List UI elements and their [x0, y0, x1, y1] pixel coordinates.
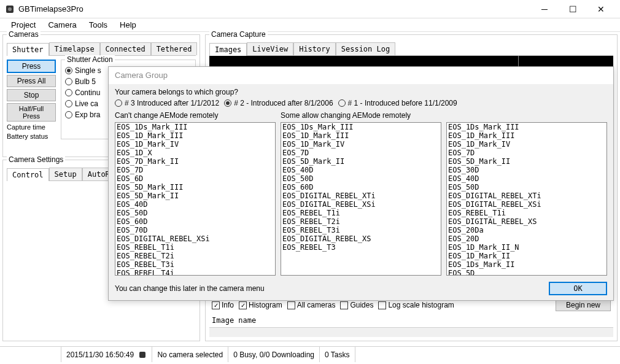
horizontal-scrollbar[interactable]	[209, 327, 613, 337]
list-item[interactable]: EOS_REBEL_T3i	[281, 226, 441, 234]
list-item[interactable]: EOS_1D_Mark_IV	[115, 140, 275, 149]
list-item[interactable]: EOS_DIGITAL_REBEL_XS	[447, 217, 606, 226]
tab-setup[interactable]: Setup	[49, 168, 82, 180]
menu-project[interactable]: Project	[5, 19, 42, 31]
list-item[interactable]: EOS_60D	[115, 217, 275, 226]
list-item[interactable]: EOS_20Da	[447, 226, 606, 234]
tab-timelapse[interactable]: Timelapse	[49, 42, 100, 55]
list-item[interactable]: EOS_40D	[281, 166, 441, 174]
camera-list-2[interactable]: EOS_1Ds_Mark_IIIEOS_1D_Mark_IIIEOS_1D_Ma…	[281, 122, 441, 276]
list-item[interactable]: EOS_REBEL_T2i	[281, 217, 441, 226]
tab-connected[interactable]: Connected	[100, 42, 151, 55]
check-logscale[interactable]: Log scale histogram	[378, 301, 454, 309]
list-item[interactable]: EOS_7D_Mark_II	[115, 157, 275, 166]
group-radio-3[interactable]: # 3 Introduced after 1/1/2012	[115, 99, 219, 107]
list-item[interactable]: EOS_DIGITAL_REBEL_XSi	[281, 200, 441, 209]
status-busy: 0 Busy, 0/0 Downloading	[228, 347, 320, 362]
list-item[interactable]: EOS_REBEL_T1i	[281, 209, 441, 217]
maximize-button[interactable]: ☐	[559, 0, 587, 18]
stop-button[interactable]: Stop	[7, 89, 56, 101]
radio-dot-icon	[65, 111, 72, 118]
list-item[interactable]: EOS_7D	[115, 166, 275, 174]
minimize-button[interactable]: ─	[530, 0, 559, 18]
list-item[interactable]: EOS_DIGITAL_REBEL_XTi	[447, 192, 606, 200]
list-item[interactable]: EOS_1D_Mark_III	[115, 131, 275, 140]
list-item[interactable]: EOS_1Ds_Mark_III	[447, 123, 606, 131]
app-icon	[5, 4, 15, 14]
tab-liveview[interactable]: LiveView	[247, 42, 293, 55]
check-guides[interactable]: Guides	[340, 301, 373, 309]
list-item[interactable]: EOS_5D_Mark_II	[281, 157, 441, 166]
ok-button[interactable]: OK	[549, 282, 607, 295]
list-item[interactable]: EOS_DIGITAL_REBEL_XS	[281, 234, 441, 243]
list-item[interactable]: EOS_REBEL_T3i	[115, 260, 275, 269]
shutter-action-legend: Shutter Action	[65, 55, 115, 64]
list-item[interactable]: EOS_30D	[447, 166, 606, 174]
list-item[interactable]: EOS_50D	[281, 174, 441, 183]
tab-history[interactable]: History	[293, 42, 336, 55]
tab-control[interactable]: Control	[7, 168, 49, 181]
list-item[interactable]: EOS_DIGITAL_REBEL_XSi	[447, 200, 606, 209]
list-item[interactable]: EOS_40D	[115, 200, 275, 209]
list-item[interactable]: EOS_1D_Mark_II	[447, 252, 606, 260]
half-full-press-button[interactable]: Half/Full Press	[7, 103, 56, 122]
list-item[interactable]: EOS_50D	[447, 183, 606, 192]
capture-tabs: Images LiveView History Session Log	[209, 42, 613, 56]
group-radio-2[interactable]: # 2 - Introduced after 8/1/2006	[224, 99, 333, 107]
tab-sessionlog[interactable]: Session Log	[336, 42, 395, 55]
list-item[interactable]: EOS_5D	[447, 269, 606, 276]
camera-list-1[interactable]: EOS_1Ds_Mark_IIIEOS_1D_Mark_IIIEOS_1D_Ma…	[115, 122, 276, 276]
camera-group-dialog: Camera Group Your camera belongs to whic…	[108, 66, 614, 301]
list-item[interactable]: EOS_1D_Mark_III	[447, 131, 606, 140]
col-head-1: Can't change AEMode remotely	[115, 111, 276, 121]
list-item[interactable]: EOS_REBEL_T4i	[115, 269, 275, 276]
list-item[interactable]: EOS_50D	[115, 209, 275, 217]
list-item[interactable]: EOS_5D_Mark_II	[447, 157, 606, 166]
list-item[interactable]: EOS_5D_Mark_III	[115, 183, 275, 192]
status-tasks: 0 Tasks	[320, 347, 355, 362]
menu-tools[interactable]: Tools	[83, 19, 114, 31]
list-item[interactable]: EOS_REBEL_T1i	[115, 243, 275, 252]
list-item[interactable]: EOS_1D_Mark_IV	[281, 140, 441, 149]
menubar: Project Camera Tools Help	[0, 18, 620, 32]
list-item[interactable]: EOS_1D_Mark_II_N	[447, 243, 606, 252]
list-item[interactable]: EOS_1D_X	[115, 149, 275, 157]
svg-rect-2	[139, 352, 145, 358]
status-camera: No camera selected	[152, 347, 228, 362]
press-button[interactable]: Press	[7, 60, 56, 73]
begin-new-button[interactable]: Begin new	[556, 299, 611, 311]
list-item[interactable]: EOS_7D	[281, 149, 441, 157]
check-histogram[interactable]: ✓Histogram	[239, 301, 282, 309]
camera-list-3[interactable]: EOS_1Ds_Mark_IIIEOS_1D_Mark_IIIEOS_1D_Ma…	[446, 122, 607, 276]
list-item[interactable]: EOS_REBEL_T3	[281, 243, 441, 252]
list-item[interactable]: EOS_REBEL_T1i	[447, 209, 606, 217]
list-item[interactable]: EOS_5D_Mark_II	[115, 192, 275, 200]
tab-tethered[interactable]: Tethered	[151, 42, 198, 55]
list-item[interactable]: EOS_60D	[281, 183, 441, 192]
list-item[interactable]: EOS_20D	[447, 234, 606, 243]
menu-help[interactable]: Help	[114, 19, 142, 31]
list-item[interactable]: EOS_70D	[115, 226, 275, 234]
list-item[interactable]: EOS_1D_Mark_IV	[447, 140, 606, 149]
list-item[interactable]: EOS_REBEL_T2i	[115, 252, 275, 260]
menu-camera[interactable]: Camera	[42, 19, 82, 31]
close-button[interactable]: ✕	[587, 0, 615, 18]
status-datetime: 2015/11/30 16:50:49	[61, 347, 152, 362]
list-item[interactable]: EOS_DIGITAL_REBEL_XTi	[281, 192, 441, 200]
press-all-button[interactable]: Press All	[7, 75, 56, 87]
list-item[interactable]: EOS_1Ds_Mark_II	[447, 260, 606, 269]
check-allcameras[interactable]: All cameras	[287, 301, 336, 309]
group-radio-1[interactable]: # 1 - Introduced before 11/1/2009	[338, 99, 457, 107]
tab-shutter[interactable]: Shutter	[7, 43, 49, 56]
list-item[interactable]: EOS_7D	[447, 149, 606, 157]
tab-images[interactable]: Images	[209, 43, 247, 56]
checkbox-icon	[287, 301, 295, 309]
list-item[interactable]: EOS_1D_Mark_III	[281, 131, 441, 140]
list-item[interactable]: EOS_1Ds_Mark_III	[115, 123, 275, 131]
list-item[interactable]: EOS_DIGITAL_REBEL_XSi	[115, 234, 275, 243]
list-item[interactable]: EOS_40D	[447, 174, 606, 183]
list-item[interactable]: EOS_6D	[115, 174, 275, 183]
check-info[interactable]: ✓Info	[212, 301, 234, 309]
radio-dot-icon	[115, 99, 122, 107]
list-item[interactable]: EOS_1Ds_Mark_III	[281, 123, 441, 131]
